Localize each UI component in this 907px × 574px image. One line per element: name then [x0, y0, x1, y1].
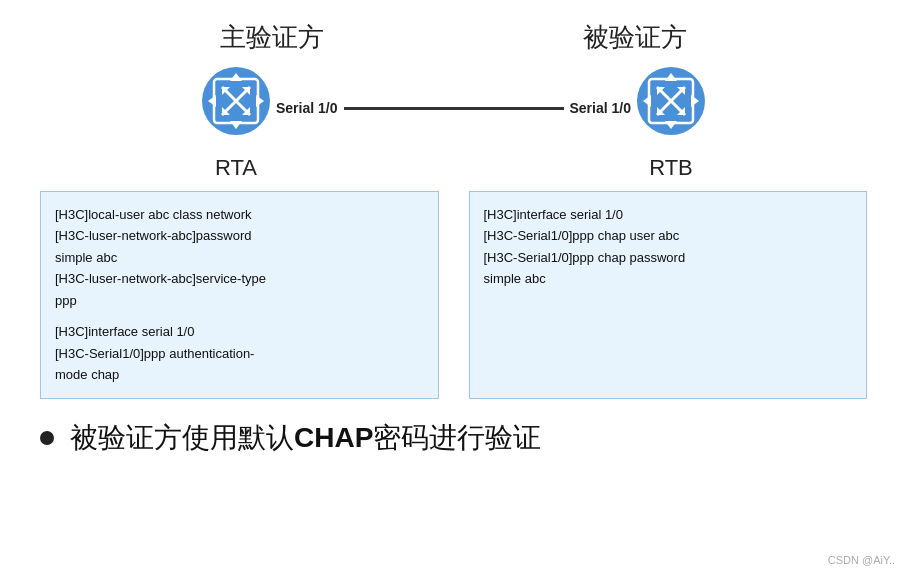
- config-right-line-4: simple abc: [484, 268, 853, 289]
- config-right-line-3: [H3C-Serial1/0]ppp chap password: [484, 247, 853, 268]
- config-left-line-6: [H3C]interface serial 1/0: [55, 321, 424, 342]
- bullet-text-bold: CHAP: [294, 422, 373, 453]
- config-left-line-4: [H3C-luser-network-abc]service-type: [55, 268, 424, 289]
- connection-line: [344, 107, 564, 110]
- top-labels: 主验证方 被验证方: [30, 20, 877, 55]
- serial-label-left: Serial 1/0: [276, 100, 338, 116]
- router-block-left: ROUTER RTA: [200, 65, 272, 181]
- config-left-line-2: [H3C-luser-network-abc]password: [55, 225, 424, 246]
- config-left-line-5: ppp: [55, 290, 424, 311]
- watermark: CSDN @AiY..: [828, 554, 895, 566]
- router-icon-right: ROUTER: [635, 65, 707, 151]
- config-left-line-8: mode chap: [55, 364, 424, 385]
- config-row: [H3C]local-user abc class network [H3C-l…: [30, 191, 877, 399]
- router-block-right: ROUTER RTB: [635, 65, 707, 181]
- bullet-text-before: 被验证方使用默认: [70, 422, 294, 453]
- authenticator-label: 主验证方: [220, 20, 324, 55]
- config-box-left: [H3C]local-user abc class network [H3C-l…: [40, 191, 439, 399]
- bullet-text: 被验证方使用默认CHAP密码进行验证: [70, 419, 541, 457]
- router-diagram-row: ROUTER RTA Serial 1/0 Serial 1/0: [30, 65, 877, 181]
- bottom-bullet: 被验证方使用默认CHAP密码进行验证: [30, 419, 877, 457]
- config-right-line-1: [H3C]interface serial 1/0: [484, 204, 853, 225]
- router-label-left: ROUTER: [210, 139, 262, 151]
- router-label-right: ROUTER: [645, 139, 697, 151]
- serial-label-right-wrap: Serial 1/0: [564, 100, 632, 116]
- authenticated-label: 被验证方: [583, 20, 687, 55]
- rtb-label: RTB: [649, 155, 693, 181]
- router-icon-left: ROUTER: [200, 65, 272, 151]
- serial-label-right: Serial 1/0: [570, 100, 632, 116]
- main-container: 主验证方 被验证方: [0, 0, 907, 574]
- rta-label: RTA: [215, 155, 257, 181]
- config-left-line-1: [H3C]local-user abc class network: [55, 204, 424, 225]
- config-box-right: [H3C]interface serial 1/0 [H3C-Serial1/0…: [469, 191, 868, 399]
- bullet-dot-icon: [40, 431, 54, 445]
- bullet-text-after: 密码进行验证: [373, 422, 541, 453]
- serial-label-left-wrap: Serial 1/0: [276, 100, 344, 116]
- config-left-line-7: [H3C-Serial1/0]ppp authentication-: [55, 343, 424, 364]
- config-right-line-2: [H3C-Serial1/0]ppp chap user abc: [484, 225, 853, 246]
- config-left-line-3: simple abc: [55, 247, 424, 268]
